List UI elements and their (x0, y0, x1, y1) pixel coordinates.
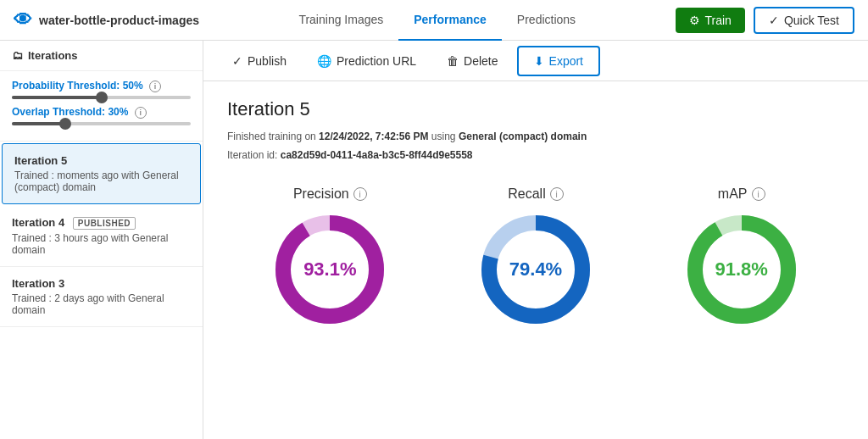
prediction-url-button[interactable]: 🌐 Prediction URL (302, 41, 431, 81)
export-label: Export (549, 54, 583, 68)
recall-label: Recall i (508, 186, 563, 202)
main-content: ✓ Publish 🌐 Prediction URL 🗑 Delete ⬇ Ex… (203, 41, 868, 439)
export-button[interactable]: ⬇ Export (517, 46, 600, 76)
map-info-icon[interactable]: i (752, 187, 765, 201)
map-metric: mAP i 91.8% (638, 186, 844, 329)
app-logo-area: 👁 water-bottle-product-images (14, 9, 199, 31)
iterations-list: Iteration 5 Trained : moments ago with G… (0, 142, 203, 439)
precision-metric: Precision i 93.1% (227, 186, 433, 329)
precision-info-icon[interactable]: i (353, 187, 367, 201)
content-body: Iteration 5 Finished training on 12/24/2… (203, 81, 868, 439)
quick-test-button[interactable]: ✓ Quick Test (754, 7, 854, 34)
tab-predictions[interactable]: Predictions (502, 0, 591, 41)
metrics-row: Precision i 93.1% Recall (227, 186, 844, 329)
sidebar: 🗂 Iterations Probability Threshold: 50% … (0, 41, 203, 439)
overlap-slider-thumb[interactable] (59, 118, 71, 130)
tab-performance[interactable]: Performance (398, 0, 502, 41)
iteration-4-desc: Trained : 3 hours ago with General domai… (12, 232, 191, 256)
probability-info-icon[interactable]: i (149, 81, 161, 92)
overlap-label: Overlap Threshold: 30% i (12, 106, 191, 119)
overlap-slider-fill (12, 122, 65, 125)
logo-icon: 👁 (14, 9, 32, 31)
tab-training-images[interactable]: Training Images (283, 0, 398, 41)
precision-donut: 93.1% (270, 210, 389, 329)
app-title: water-bottle-product-images (39, 14, 199, 27)
iteration-item-4[interactable]: Iteration 4 PUBLISHED Trained : 3 hours … (0, 206, 203, 267)
header-actions: ⚙ Train ✓ Quick Test (676, 7, 855, 34)
app-header: 👁 water-bottle-product-images Training I… (0, 0, 868, 41)
published-badge: PUBLISHED (73, 217, 136, 230)
map-value: 91.8% (715, 258, 767, 281)
export-icon: ⬇ (534, 54, 544, 68)
publish-label: Publish (248, 54, 287, 68)
publish-button[interactable]: ✓ Publish (217, 41, 302, 81)
iteration-3-name: Iteration 3 (12, 277, 191, 290)
recall-donut: 79.4% (476, 210, 595, 329)
overlap-slider-track (12, 122, 191, 125)
publish-icon: ✓ (232, 54, 242, 68)
sidebar-header-label: Iterations (28, 49, 78, 62)
iteration-4-name: Iteration 4 PUBLISHED (12, 216, 191, 230)
iterations-folder-icon: 🗂 (12, 49, 23, 62)
quicktest-icon: ✓ (769, 14, 779, 27)
iteration-meta-date: Finished training on 12/24/2022, 7:42:56… (227, 129, 844, 144)
probability-control: Probability Threshold: 50% i (12, 80, 191, 99)
overlap-control: Overlap Threshold: 30% i (12, 106, 191, 125)
prediction-url-label: Prediction URL (337, 54, 416, 68)
main-nav: Training Images Performance Predictions (213, 0, 661, 41)
delete-icon: 🗑 (447, 54, 459, 68)
delete-button[interactable]: 🗑 Delete (431, 41, 513, 81)
main-layout: 🗂 Iterations Probability Threshold: 50% … (0, 41, 868, 439)
map-label: mAP i (718, 186, 765, 202)
prediction-url-icon: 🌐 (317, 54, 331, 68)
sidebar-controls: Probability Threshold: 50% i Overlap Thr… (0, 71, 203, 142)
iteration-detail-title: Iteration 5 (227, 98, 844, 120)
delete-label: Delete (464, 54, 498, 68)
iteration-5-desc: Trained : moments ago with General (comp… (14, 169, 188, 193)
probability-label: Probability Threshold: 50% i (12, 80, 191, 92)
recall-info-icon[interactable]: i (550, 187, 564, 201)
probability-slider-fill (12, 96, 102, 99)
train-label: Train (705, 14, 732, 27)
recall-value: 79.4% (509, 258, 562, 281)
train-button[interactable]: ⚙ Train (676, 8, 745, 33)
iteration-3-desc: Trained : 2 days ago with General domain (12, 292, 191, 316)
toolbar: ✓ Publish 🌐 Prediction URL 🗑 Delete ⬇ Ex… (203, 41, 868, 81)
iteration-item-3[interactable]: Iteration 3 Trained : 2 days ago with Ge… (0, 267, 203, 327)
precision-value: 93.1% (303, 258, 356, 281)
overlap-info-icon[interactable]: i (135, 107, 147, 119)
precision-label: Precision i (293, 186, 367, 202)
iteration-meta-id: Iteration id: ca82d59d-0411-4a8a-b3c5-8f… (227, 147, 844, 163)
quicktest-label: Quick Test (784, 14, 839, 27)
sidebar-header: 🗂 Iterations (0, 41, 203, 71)
map-donut: 91.8% (682, 210, 801, 329)
iteration-item-5[interactable]: Iteration 5 Trained : moments ago with G… (2, 143, 201, 204)
probability-slider-track (12, 96, 191, 99)
train-icon: ⚙ (689, 14, 700, 27)
iteration-5-name: Iteration 5 (14, 154, 188, 167)
probability-slider-thumb[interactable] (96, 92, 108, 103)
recall-metric: Recall i 79.4% (433, 186, 639, 329)
